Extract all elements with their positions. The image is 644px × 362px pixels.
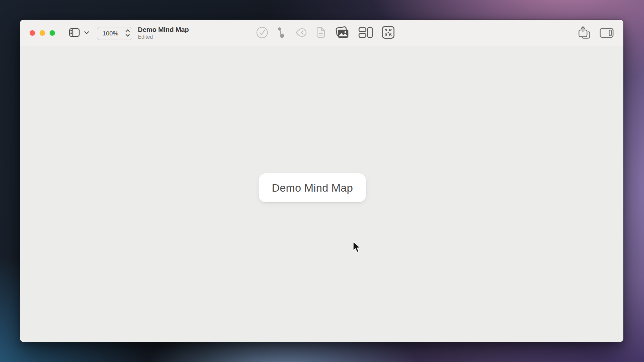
share-button[interactable] (577, 26, 592, 40)
task-button[interactable] (256, 26, 268, 40)
mindmap-canvas[interactable]: Demo Mind Map (20, 46, 623, 342)
inspector-toggle-button[interactable] (600, 28, 614, 38)
root-node-label: Demo Mind Map (272, 182, 353, 194)
fit-to-view-button[interactable] (382, 26, 395, 40)
layout-button[interactable] (358, 27, 373, 39)
focus-back-icon (295, 27, 308, 39)
titlebar[interactable]: 100% Demo Mind Map Edited (20, 20, 623, 46)
layout-arrange-icon (358, 27, 373, 39)
sidebar-menu-button[interactable] (84, 31, 90, 35)
media-library-icon (334, 26, 350, 40)
zoom-button[interactable] (50, 30, 55, 36)
app-window: 100% Demo Mind Map Edited (20, 20, 623, 342)
zoom-stepper-icon (125, 29, 130, 38)
inspector-panel-icon (600, 28, 614, 39)
window-controls (30, 30, 55, 36)
close-button[interactable] (30, 30, 35, 36)
zoom-level-value: 100% (97, 30, 123, 37)
sidebar-toggle-icon (69, 28, 80, 38)
media-button[interactable] (334, 26, 350, 40)
minimize-button[interactable] (40, 30, 45, 36)
notes-button[interactable] (316, 26, 326, 39)
share-icon (578, 26, 591, 41)
sidebar-toggle-button[interactable] (69, 28, 80, 38)
document-title-block: Demo Mind Map Edited (138, 25, 189, 40)
chevron-down-icon (84, 31, 89, 35)
connection-button[interactable] (277, 27, 287, 39)
document-title: Demo Mind Map (138, 25, 189, 33)
focus-button[interactable] (295, 27, 308, 39)
fit-to-view-icon (382, 26, 395, 40)
note-document-icon (316, 26, 326, 39)
zoom-stepper[interactable] (123, 27, 132, 40)
node-connection-icon (277, 27, 287, 39)
document-edited-status: Edited (138, 33, 189, 40)
root-node[interactable]: Demo Mind Map (259, 173, 366, 202)
toolbar (256, 20, 395, 46)
zoom-level-control[interactable]: 100% (97, 27, 132, 40)
task-checkmark-icon (256, 26, 268, 40)
